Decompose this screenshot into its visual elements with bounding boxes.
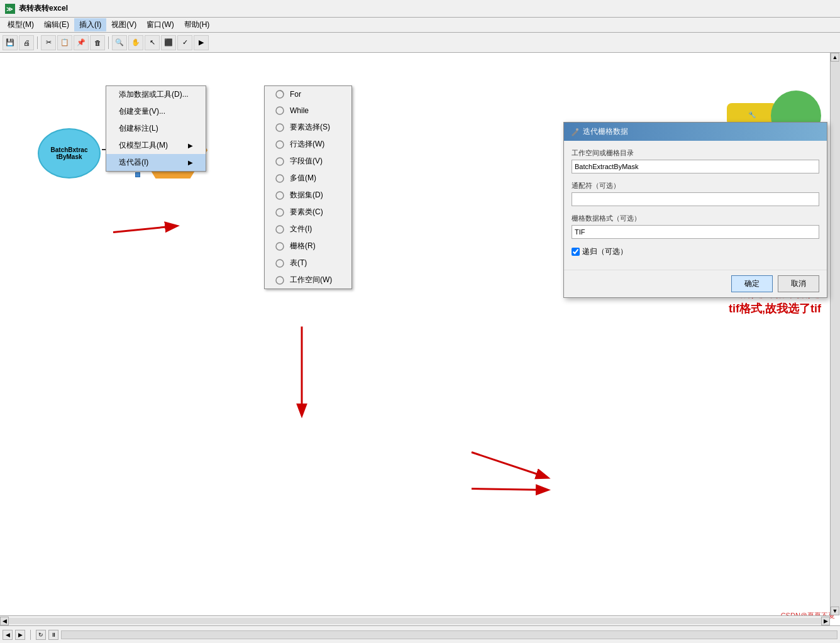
zoom-in-button[interactable]: 🔍 xyxy=(112,35,127,50)
canvas-area[interactable]: BatchBxtractByMask 迭代栅格数据 🔧 添加数据或工具(D)..… xyxy=(0,53,840,625)
paste-button[interactable]: 📌 xyxy=(74,35,89,50)
raster-label: 栅格(R) xyxy=(290,241,316,251)
submenu-while[interactable]: While xyxy=(265,102,351,119)
select-button[interactable]: ↖ xyxy=(145,35,160,50)
toolbar-sep-2 xyxy=(108,36,109,49)
recursive-checkbox[interactable] xyxy=(572,248,580,256)
file-icon xyxy=(275,224,285,234)
svg-point-11 xyxy=(276,226,284,233)
submenu-row-select[interactable]: 行选择(W) xyxy=(265,136,351,153)
submenu-dataset[interactable]: 数据集(D) xyxy=(265,187,351,204)
h-scroll-track[interactable] xyxy=(9,618,821,624)
scroll-left-btn[interactable]: ◀ xyxy=(0,617,9,625)
main-area: BatchBxtractByMask 迭代栅格数据 🔧 添加数据或工具(D)..… xyxy=(0,53,840,625)
iterate-raster-dialog: 迭代栅格数据 工作空间或栅格目录 通配符（可选） 栅格数据格式（可选） xyxy=(563,122,827,298)
delete-button[interactable]: 🗑 xyxy=(90,35,105,50)
connect-button[interactable]: ⬛ xyxy=(161,35,176,50)
while-label: While xyxy=(290,106,309,115)
svg-point-12 xyxy=(276,243,284,250)
menu-add-tool[interactable]: 添加数据或工具(D)... xyxy=(106,86,206,103)
menu-model-only[interactable]: 仅模型工具(M) ▶ xyxy=(106,137,206,154)
menu-create-var[interactable]: 创建变量(V)... xyxy=(106,103,206,120)
svg-point-6 xyxy=(276,141,284,148)
submenu-file[interactable]: 文件(I) xyxy=(265,221,351,238)
annotation-line2: tif格式,故我选了tif xyxy=(729,302,821,315)
submenu-multi-value[interactable]: 多值(M) xyxy=(265,170,351,187)
toolbar-sep-1 xyxy=(37,36,38,49)
workspace-label: 工作空间(W) xyxy=(290,275,332,285)
v-scrollbar[interactable]: ▲ ▼ xyxy=(830,53,840,615)
raster-format-input[interactable] xyxy=(572,225,819,239)
print-button[interactable]: 🖨 xyxy=(19,35,34,50)
h-scrollbar[interactable]: ◀ ▶ xyxy=(0,615,830,625)
insert-dropdown[interactable]: 添加数据或工具(D)... 创建变量(V)... 创建标注(L) 仅模型工具(M… xyxy=(106,85,206,172)
save-button[interactable]: 💾 xyxy=(3,35,18,50)
bottom-sep xyxy=(30,630,31,640)
wildcard-input[interactable] xyxy=(572,192,819,206)
dialog-wrench-icon xyxy=(570,128,579,136)
cut-button[interactable]: ✂ xyxy=(41,35,56,50)
table-icon xyxy=(275,258,285,268)
submenu-table[interactable]: 表(T) xyxy=(265,255,351,272)
submenu-workspace[interactable]: 工作空间(W) xyxy=(265,272,351,289)
dialog-field-workspace: 工作空间或栅格目录 xyxy=(572,148,819,173)
node-batch-label: BatchBxtractByMask xyxy=(48,144,91,163)
svg-point-7 xyxy=(276,158,284,165)
node-indicator-bottom xyxy=(135,172,140,177)
menu-view[interactable]: 视图(V) xyxy=(106,18,141,31)
menu-edit[interactable]: 编辑(E) xyxy=(39,18,74,31)
dialog-body: 工作空间或栅格目录 通配符（可选） 栅格数据格式（可选） 递归（可选） xyxy=(564,141,827,270)
field-value-icon xyxy=(275,157,285,167)
submenu-for[interactable]: For xyxy=(265,86,351,102)
file-label: 文件(I) xyxy=(290,224,312,234)
svg-point-8 xyxy=(276,175,284,182)
iterator-arrow: ▶ xyxy=(188,159,193,166)
scroll-right-btn[interactable]: ▶ xyxy=(821,617,830,625)
bottom-scroll-track[interactable] xyxy=(61,630,837,639)
nav-right-btn[interactable]: ▶ xyxy=(15,630,25,640)
menu-window[interactable]: 窗口(W) xyxy=(141,18,179,31)
submenu-feature-select[interactable]: 要素选择(S) xyxy=(265,119,351,136)
dialog-title-bar[interactable]: 迭代栅格数据 xyxy=(564,123,827,141)
field-value-label: 字段值(V) xyxy=(290,156,323,167)
nav-left-btn[interactable]: ◀ xyxy=(3,630,13,640)
menu-create-annotation[interactable]: 创建标注(L) xyxy=(106,120,206,137)
node-batch-extract[interactable]: BatchBxtractByMask xyxy=(38,128,101,179)
iterator-submenu[interactable]: For While 要素选择(S) 行选择(W) 字段值(V) 多值(M) xyxy=(264,85,352,289)
add-tool-label: 添加数据或工具(D)... xyxy=(119,89,189,100)
row-select-icon xyxy=(275,140,285,150)
svg-text:≫: ≫ xyxy=(6,6,13,13)
element-class-icon xyxy=(275,207,285,217)
create-annotation-label: 创建标注(L) xyxy=(119,123,158,134)
copy-button[interactable]: 📋 xyxy=(57,35,72,50)
pan-button[interactable]: ✋ xyxy=(128,35,143,50)
workspace-input[interactable] xyxy=(572,160,819,173)
title-bar: ≫ 表转表转excel xyxy=(0,0,840,18)
for-icon xyxy=(275,89,285,99)
scroll-down-btn[interactable]: ▼ xyxy=(831,607,839,615)
submenu-raster[interactable]: 栅格(R) xyxy=(265,238,351,255)
refresh-btn[interactable]: ↻ xyxy=(36,630,46,640)
model-only-arrow: ▶ xyxy=(188,142,193,149)
menu-model[interactable]: 模型(M) xyxy=(3,18,39,31)
submenu-element-class[interactable]: 要素类(C) xyxy=(265,204,351,221)
v-scroll-track[interactable] xyxy=(831,62,840,607)
pause-btn[interactable]: ⏸ xyxy=(48,630,58,640)
run-button[interactable]: ▶ xyxy=(194,35,209,50)
recursive-label: 递归（可选） xyxy=(582,246,627,257)
cancel-button[interactable]: 取消 xyxy=(778,275,819,292)
menu-help[interactable]: 帮助(H) xyxy=(179,18,215,31)
confirm-button[interactable]: 确定 xyxy=(731,275,773,292)
check-button[interactable]: ✓ xyxy=(177,35,192,50)
recursive-checkbox-row: 递归（可选） xyxy=(572,246,819,257)
submenu-field-value[interactable]: 字段值(V) xyxy=(265,153,351,170)
svg-point-9 xyxy=(276,192,284,199)
svg-point-10 xyxy=(276,209,284,216)
model-only-label: 仅模型工具(M) xyxy=(119,140,168,151)
menu-iterator[interactable]: 迭代器(I) ▶ xyxy=(106,154,206,171)
menu-insert[interactable]: 插入(I) xyxy=(74,18,106,31)
svg-point-4 xyxy=(276,107,284,114)
multi-value-icon xyxy=(275,173,285,184)
scroll-up-btn[interactable]: ▲ xyxy=(831,53,839,62)
dataset-label: 数据集(D) xyxy=(290,190,323,201)
